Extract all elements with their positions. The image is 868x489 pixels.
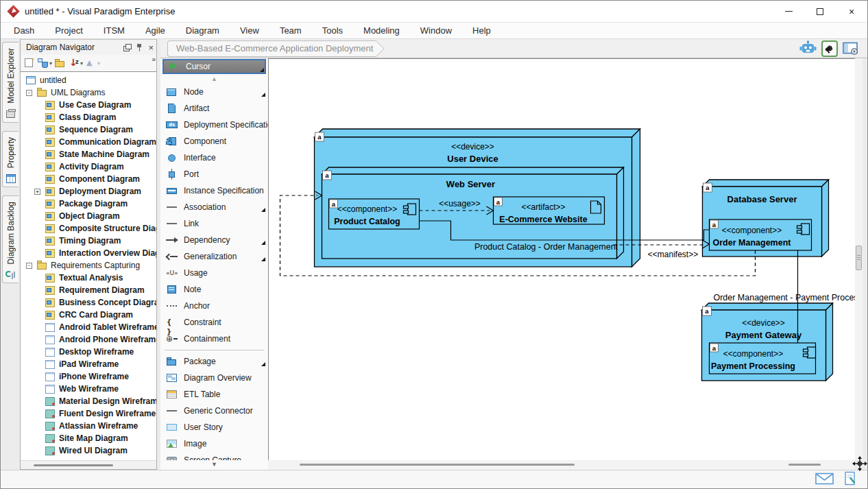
palette-item-artifact[interactable]: Artifact bbox=[160, 100, 268, 117]
collapse-all-button[interactable]: ▾ bbox=[86, 58, 100, 69]
menu-item-project[interactable]: Project bbox=[45, 23, 93, 39]
tree-item[interactable]: Fluent Design Wireframe bbox=[21, 407, 156, 420]
palette-item-anchor[interactable]: Anchor bbox=[160, 298, 268, 314]
close-panel-icon[interactable]: × bbox=[148, 44, 154, 51]
navigator-hscrollbar[interactable] bbox=[21, 460, 156, 469]
menu-item-window[interactable]: Window bbox=[410, 23, 462, 39]
float-panel-icon[interactable] bbox=[123, 44, 131, 51]
scrollbar-thumb[interactable] bbox=[788, 464, 821, 466]
menu-item-dash[interactable]: Dash bbox=[3, 23, 45, 39]
dropdown-caret-icon[interactable]: ▾ bbox=[49, 60, 52, 67]
messages-icon[interactable] bbox=[815, 473, 834, 487]
palette-item-etl-table[interactable]: ETL Table bbox=[160, 386, 268, 403]
palette-item-image[interactable]: Image bbox=[160, 436, 268, 452]
tree-item[interactable]: iPad Wireframe bbox=[21, 358, 156, 370]
tree-item[interactable]: untitled bbox=[21, 74, 156, 86]
tree-item[interactable]: Atlassian Wireframe bbox=[21, 420, 156, 432]
side-tab-property[interactable]: Property bbox=[2, 131, 19, 187]
palette-item-constraint[interactable]: Constraint bbox=[160, 314, 268, 331]
announcement-icon[interactable] bbox=[821, 40, 838, 57]
tree-item[interactable]: Timing Diagram bbox=[21, 235, 156, 247]
menu-item-team[interactable]: Team bbox=[269, 23, 312, 39]
tree-item[interactable]: -UML Diagrams bbox=[21, 86, 156, 99]
tree-item[interactable]: Web Wireframe bbox=[21, 383, 156, 395]
tree-expander-icon[interactable]: - bbox=[26, 263, 32, 269]
palette-item-user-story[interactable]: User Story bbox=[160, 419, 268, 436]
palette-item-generic-connector[interactable]: Generic Connector bbox=[160, 403, 268, 419]
menu-item-diagram[interactable]: Diagram bbox=[176, 23, 230, 39]
palette-item-usage[interactable]: Usage bbox=[160, 265, 268, 281]
sort-button[interactable]: ▾ bbox=[69, 58, 83, 69]
palette-item-note[interactable]: Note bbox=[160, 281, 268, 298]
menu-item-agile[interactable]: Agile bbox=[135, 23, 176, 39]
tree-item[interactable]: Object Diagram bbox=[21, 210, 156, 222]
menu-item-view[interactable]: View bbox=[230, 23, 269, 39]
open-project-button[interactable] bbox=[55, 58, 66, 69]
minimize-button[interactable] bbox=[773, 1, 804, 22]
tree-item[interactable]: State Machine Diagram bbox=[21, 148, 156, 160]
palette-item-component[interactable]: Component bbox=[160, 133, 268, 150]
tree-item[interactable]: Android Tablet Wireframe bbox=[21, 321, 156, 333]
pin-panel-icon[interactable] bbox=[136, 44, 143, 51]
tree-item[interactable]: -Requirements Capturing bbox=[21, 259, 156, 272]
tree-item[interactable]: Class Diagram bbox=[21, 111, 156, 123]
palette-item-port[interactable]: Port bbox=[160, 166, 268, 182]
tree-item[interactable]: Sequence Diagram bbox=[21, 123, 156, 136]
tree-item[interactable]: Android Phone Wireframe bbox=[21, 333, 156, 346]
diagram-canvas[interactable]: <<device>> User Device a bbox=[268, 58, 855, 460]
tree-expander-icon[interactable]: + bbox=[34, 189, 40, 195]
breadcrumb-item[interactable]: Web-Based E-Commerce Application Deploym… bbox=[167, 40, 376, 57]
tree-item[interactable]: Use Case Diagram bbox=[21, 99, 156, 111]
tree-item[interactable]: Wired UI Diagram bbox=[21, 444, 156, 457]
menu-item-modeling[interactable]: Modeling bbox=[353, 23, 410, 39]
toolbar-overflow-button[interactable]: » bbox=[152, 56, 155, 63]
palette-item-association[interactable]: Association bbox=[160, 199, 268, 215]
side-tab-diagram-backlog[interactable]: Diagram Backlog bbox=[2, 195, 19, 283]
side-tab-model-explorer[interactable]: Model Explorer bbox=[2, 42, 19, 123]
scrollbar-thumb[interactable] bbox=[34, 464, 113, 466]
canvas-hscrollbar[interactable] bbox=[268, 460, 855, 470]
canvas-vscrollbar[interactable] bbox=[855, 58, 863, 460]
palette-scroll-down-icon[interactable]: ▼ bbox=[160, 460, 268, 470]
pan-diagram-icon[interactable] bbox=[852, 456, 867, 471]
palette-item-containment[interactable]: Containment bbox=[160, 331, 268, 347]
palette-item-diagram-overview[interactable]: Diagram Overview bbox=[160, 370, 268, 386]
tree-item[interactable]: Textual Analysis bbox=[21, 272, 156, 284]
artifact-ecommerce-website[interactable]: <<artifact>> E-Commerce Website a bbox=[494, 197, 605, 224]
tree-item[interactable]: Activity Diagram bbox=[21, 160, 156, 173]
menu-item-tools[interactable]: Tools bbox=[312, 23, 353, 39]
scrollbar-thumb[interactable] bbox=[300, 464, 575, 466]
tree-item[interactable]: iPhone Wireframe bbox=[21, 370, 156, 383]
component-order-management[interactable]: <<component>> Order Management a bbox=[710, 219, 812, 250]
palette-item-link[interactable]: Link bbox=[160, 215, 268, 232]
tree-item[interactable]: Component Diagram bbox=[21, 173, 156, 185]
component-payment-processing[interactable]: <<component>> Payment Processing a bbox=[710, 343, 816, 374]
close-button[interactable]: × bbox=[836, 1, 867, 22]
dropdown-caret-icon[interactable]: ▾ bbox=[80, 60, 83, 67]
tree-item[interactable]: Interaction Overview Diagram bbox=[21, 247, 156, 259]
breadcrumb[interactable]: Web-Based E-Commerce Application Deploym… bbox=[167, 40, 385, 58]
component-product-catalog[interactable]: <<component>> Product Catalog a bbox=[329, 199, 420, 229]
tree-item[interactable]: Business Concept Diagram bbox=[21, 296, 156, 309]
tree-item[interactable]: CRC Card Diagram bbox=[21, 309, 156, 321]
tree-item[interactable]: Site Map Diagram bbox=[21, 432, 156, 444]
palette-item-deployment-spec[interactable]: Deployment Specification bbox=[160, 117, 268, 133]
palette-item-package[interactable]: Package bbox=[160, 353, 268, 370]
menu-item-itsm[interactable]: ITSM bbox=[93, 23, 135, 39]
ai-assistant-icon[interactable] bbox=[799, 40, 817, 56]
tree-item[interactable]: +Deployment Diagram bbox=[21, 185, 156, 198]
tree-item[interactable]: Package Diagram bbox=[21, 198, 156, 210]
palette-item-generalization[interactable]: Generalization bbox=[160, 248, 268, 265]
palette-item-node[interactable]: Node bbox=[160, 84, 268, 100]
menu-item-help[interactable]: Help bbox=[462, 23, 501, 39]
palette-item-interface[interactable]: Interface bbox=[160, 150, 268, 166]
group-by-type-button[interactable]: ▾ bbox=[38, 58, 52, 69]
palette-scroll-up-icon[interactable]: ▲ bbox=[160, 74, 268, 84]
tree-item[interactable]: Communication Diagram bbox=[21, 136, 156, 148]
tree-expander-icon[interactable]: - bbox=[26, 90, 32, 96]
tree-item[interactable]: Desktop Wireframe bbox=[21, 346, 156, 358]
specification-editor-icon[interactable] bbox=[845, 471, 856, 488]
palette-item-cursor[interactable]: Cursor bbox=[162, 59, 266, 74]
palette-item-instance-spec[interactable]: Instance Specification bbox=[160, 182, 268, 199]
new-diagram-button[interactable] bbox=[24, 58, 35, 69]
